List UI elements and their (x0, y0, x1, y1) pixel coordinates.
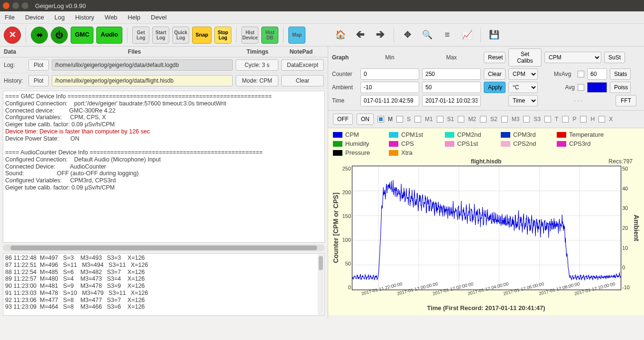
back-icon[interactable]: 🡰 (352, 27, 369, 44)
chart-icon[interactable]: 📈 (459, 27, 476, 44)
notepad-header: NotePad (278, 48, 324, 55)
check-t[interactable] (544, 116, 551, 123)
mode-button[interactable]: Mode: CPM (236, 75, 278, 86)
check-m[interactable] (377, 116, 384, 123)
move-icon[interactable]: ✥ (399, 27, 416, 44)
menu-history[interactable]: History (75, 14, 94, 21)
log-path-field[interactable]: /home/ullix/geigerlog/geigerlog/data/def… (52, 59, 233, 71)
snap-button[interactable]: Snap (192, 27, 212, 44)
check-p[interactable] (562, 116, 569, 123)
zoom-icon[interactable]: 🔍 (419, 27, 436, 44)
on-button[interactable]: ON (357, 113, 374, 125)
legend-item: CPS2nd (501, 140, 550, 147)
ambient-min-input[interactable] (360, 82, 419, 93)
log-tail-console[interactable]: 86 11:22:48 M=497 S=3 M3=493 S3=3 X=126 … (3, 253, 325, 316)
fft-button[interactable]: FFT (616, 95, 636, 106)
clear-graph-button[interactable]: Clear (484, 68, 506, 80)
window-minimize-icon[interactable] (12, 2, 19, 9)
toolbar-left: ✕ ⬌ ⏻ GMC Audio Get Log Start Log Quick … (0, 24, 328, 47)
reset-button[interactable]: Reset (484, 52, 506, 63)
close-button[interactable]: ✕ (4, 27, 21, 44)
quick-log-button[interactable]: Quick Log (172, 27, 189, 44)
legend-item: CPM2nd (445, 131, 494, 138)
history-path-field[interactable]: /home/ullix/geigerlog/geigerlog/data/fli… (52, 75, 233, 86)
plot-canvas[interactable] (352, 166, 621, 290)
check-s2[interactable] (480, 116, 487, 123)
menu-web[interactable]: Web (105, 14, 118, 21)
gmc-button[interactable]: GMC (71, 27, 93, 44)
mvavg-checkbox[interactable] (578, 71, 584, 77)
start-log-button[interactable]: Start Log (152, 27, 169, 44)
menu-device[interactable]: Device (25, 14, 44, 21)
check-s[interactable] (396, 116, 403, 123)
plug-button[interactable]: ⬌ (31, 27, 48, 44)
check-s3[interactable] (523, 116, 530, 123)
check-h[interactable] (580, 116, 587, 123)
apply-button[interactable]: Apply (484, 82, 506, 93)
window-close-icon[interactable] (3, 2, 9, 9)
check-x[interactable] (598, 116, 605, 123)
menu-log[interactable]: Log (55, 14, 65, 21)
legend-item: Humidity (333, 140, 382, 147)
legend-item: CPM (333, 131, 382, 138)
mvavg-input[interactable] (587, 68, 607, 80)
window-titlebar: GeigerLog v0.9.90 (0, 0, 644, 11)
check-m1[interactable] (414, 116, 421, 123)
legend-item: Xtra (389, 149, 438, 156)
menu-devel[interactable]: Devel (151, 14, 166, 21)
hist-device-button[interactable]: Hist Device (241, 27, 258, 44)
device-info-console[interactable]: ==== GMC Device Info ===================… (3, 91, 325, 243)
counter-min-input[interactable] (360, 68, 419, 80)
time-label: Time (332, 97, 358, 104)
menu-file[interactable]: File (5, 14, 15, 21)
save-icon[interactable]: 💾 (486, 27, 503, 44)
stats-button[interactable]: Stats (610, 68, 631, 80)
get-log-button[interactable]: Get Log (132, 27, 149, 44)
check-s1[interactable] (437, 116, 443, 123)
hist-db-button[interactable]: Hist DB (261, 27, 278, 44)
log-label: Log: (4, 62, 26, 68)
console-hscroll[interactable] (3, 245, 325, 251)
top-unit-select[interactable]: CPM (544, 52, 601, 63)
sliders-icon[interactable]: ≡ (439, 27, 456, 44)
clear-button[interactable]: Clear (281, 75, 324, 86)
left-pane: Data Files Timings NotePad Log: Plot /ho… (0, 47, 328, 319)
home-icon[interactable]: 🏠 (332, 27, 349, 44)
ylabel-left: Counter [CPM or CPS] (332, 166, 340, 290)
stop-log-button[interactable]: Stop Log (214, 27, 231, 44)
menu-help[interactable]: Help (128, 14, 140, 21)
poiss-button[interactable]: Poiss (610, 82, 631, 93)
plug-icon: ⬌ (37, 31, 43, 39)
sust-button[interactable]: SuSt (604, 52, 625, 63)
power-button[interactable]: ⏻ (51, 27, 68, 44)
check-m3[interactable] (501, 116, 508, 123)
dataexcerpt-button[interactable]: DataExcerpt (281, 59, 324, 71)
ambient-max-input[interactable] (422, 82, 481, 93)
audio-button[interactable]: Audio (96, 27, 122, 44)
graph-header: Graph (332, 54, 358, 61)
time-from-input[interactable] (360, 95, 419, 106)
min-header: Min (360, 54, 419, 61)
cycle-button[interactable]: Cycle: 3 s (236, 59, 278, 71)
log-plot-button[interactable]: Plot (28, 59, 49, 71)
time-select[interactable]: Time (508, 95, 538, 106)
history-plot-button[interactable]: Plot (28, 75, 49, 86)
counter-max-input[interactable] (422, 68, 481, 80)
avg-color-swatch[interactable] (587, 82, 607, 93)
check-m2[interactable] (458, 116, 464, 123)
close-icon: ✕ (9, 30, 16, 40)
history-label: History: (4, 77, 26, 84)
map-button[interactable]: Map (288, 27, 305, 44)
legend-item: CPS1st (445, 140, 494, 147)
legend-item: CPS3rd (557, 140, 606, 147)
time-to-input[interactable] (422, 95, 481, 106)
forward-icon[interactable]: 🡲 (372, 27, 389, 44)
avg-checkbox[interactable] (578, 84, 584, 91)
set-calibs-button[interactable]: Set Calibs (508, 48, 542, 66)
console-vscroll[interactable] (318, 254, 324, 315)
counter-unit-select[interactable]: CPM (508, 68, 538, 80)
off-button[interactable]: OFF (333, 113, 353, 125)
plot-title: flight.hisdb (332, 157, 640, 166)
window-maximize-icon[interactable] (22, 2, 28, 9)
ambient-unit-select[interactable]: °C (508, 82, 538, 93)
